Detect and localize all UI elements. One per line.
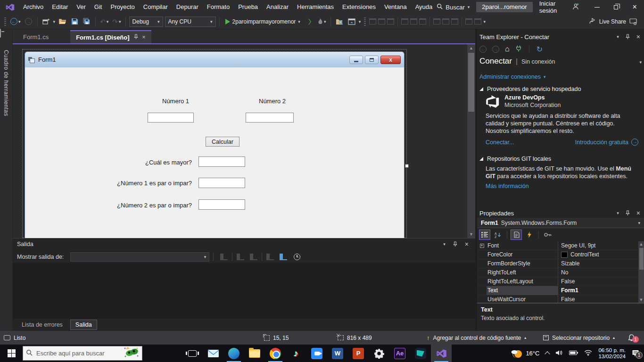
property-row-text[interactable]: Text Form1 xyxy=(477,286,644,295)
property-row-formborderstyle[interactable]: FormBorderStyle Sizable xyxy=(477,259,644,268)
form-title-bar[interactable]: Form1 x xyxy=(25,52,404,67)
clock-widget[interactable]: 06:50 p. m. 13/02/2024 xyxy=(598,347,626,360)
platform-combo[interactable]: Any CPU▾ xyxy=(165,16,216,27)
save-all-button[interactable] xyxy=(82,16,92,27)
add-to-source-control-button[interactable]: ↑ Agregar al control de código fuente ▴ xyxy=(427,331,526,345)
output-content-area[interactable] xyxy=(13,263,475,319)
menu-editar[interactable]: Editar xyxy=(48,0,72,14)
scroll-thumb[interactable] xyxy=(639,248,644,270)
scroll-up-arrow[interactable]: ▲ xyxy=(467,44,475,52)
form-resize-handle[interactable] xyxy=(405,164,409,168)
properties-header[interactable]: Propiedades ▾ × xyxy=(477,207,644,219)
clear-all-icon[interactable] xyxy=(266,254,274,260)
property-row-forecolor[interactable]: ForeColor ControlText xyxy=(477,250,644,259)
textbox-mayor[interactable] xyxy=(198,156,245,167)
layout-toolbar-overflow[interactable]: ▾ xyxy=(483,19,486,24)
make-same-height-icon[interactable] xyxy=(442,18,449,25)
form-minimize-button[interactable] xyxy=(349,56,363,64)
forms-designer-surface[interactable]: Form1 x Número 1 Número 2 Calcular ¿Cuál… xyxy=(13,44,475,238)
textbox-numero1[interactable] xyxy=(148,113,194,123)
menu-ayuda[interactable]: Ayuda xyxy=(411,0,437,14)
property-row-usewaitcursor[interactable]: UseWaitCursor False xyxy=(477,295,644,303)
wifi-icon[interactable] xyxy=(584,350,592,357)
make-same-width-icon[interactable] xyxy=(433,18,440,25)
timestamp-icon[interactable] xyxy=(294,254,300,260)
toolbox-strip[interactable]: Cuadro de herramientas xyxy=(0,29,13,331)
intro-gratuita-link[interactable]: Introducción gratuita xyxy=(575,139,628,146)
forward-arrow-icon[interactable]: → xyxy=(492,46,499,53)
window-position-chevron-icon[interactable]: ▾ xyxy=(443,242,446,247)
tab-form1-design[interactable]: Form1.cs [Diseño] × xyxy=(70,30,151,43)
align-rights-icon[interactable] xyxy=(387,18,394,25)
next-message-icon[interactable] xyxy=(250,254,257,260)
close-tab-icon[interactable]: × xyxy=(142,34,146,41)
filmora-app-icon[interactable] xyxy=(410,345,431,362)
tab-lista-de-errores[interactable]: Lista de errores xyxy=(17,320,67,329)
open-file-button[interactable] xyxy=(57,16,67,27)
find-in-files-button[interactable] xyxy=(334,16,345,27)
property-row-righttoleftlayout[interactable]: RightToLeftLayout False xyxy=(477,277,644,286)
designed-form-window[interactable]: Form1 x Número 1 Número 2 Calcular ¿Cuál… xyxy=(25,51,405,238)
manage-connections-link[interactable]: Administrar conexiones ▾ xyxy=(479,74,545,80)
scroll-up-arrow[interactable]: ▲ xyxy=(638,241,644,247)
align-centers-icon[interactable] xyxy=(378,18,385,25)
menu-proyecto[interactable]: Proyecto xyxy=(106,0,139,14)
menu-herramientas[interactable]: Herramientas xyxy=(293,0,338,14)
make-same-size-icon[interactable] xyxy=(451,18,458,25)
window-position-chevron-icon[interactable]: ▾ xyxy=(617,211,619,215)
pin-icon[interactable] xyxy=(453,241,457,247)
feedback-button[interactable] xyxy=(628,16,638,27)
categorized-button[interactable] xyxy=(479,230,490,240)
save-button[interactable] xyxy=(69,16,80,27)
properties-scrollbar[interactable]: ▲ ▼ xyxy=(638,241,644,303)
configuration-combo[interactable]: Debug▾ xyxy=(129,16,163,27)
properties-object-combobox[interactable]: Form1 System.Windows.Forms.Form ▾ xyxy=(477,218,644,228)
action-center-button[interactable]: 1 xyxy=(632,350,639,357)
navigate-back-button[interactable]: ←▾ xyxy=(9,16,22,27)
mail-app-icon[interactable] xyxy=(203,345,223,362)
tab-form1-cs[interactable]: Form1.cs xyxy=(17,30,54,43)
powerpoint-app-icon[interactable]: P xyxy=(348,345,369,362)
menu-prueba[interactable]: Prueba xyxy=(234,0,262,14)
word-app-icon[interactable]: W xyxy=(327,345,348,362)
start-debugging-button[interactable]: 2paroimparmayoromenor ▾ xyxy=(223,16,303,27)
battery-icon[interactable] xyxy=(569,350,578,357)
vertical-spacing-icon[interactable] xyxy=(474,18,481,25)
after-effects-app-icon[interactable]: Ae xyxy=(389,345,410,362)
hot-reload-button[interactable]: ▾ xyxy=(317,16,327,27)
align-bottoms-icon[interactable] xyxy=(419,18,426,25)
team-explorer-header[interactable]: Team Explorer - Conectar ▾ × xyxy=(477,31,644,42)
menu-extensiones[interactable]: Extensiones xyxy=(338,0,380,14)
window-minimize-button[interactable] xyxy=(588,0,607,14)
doodle-mask-icon[interactable] xyxy=(123,346,139,361)
new-project-dropdown[interactable]: ▾ xyxy=(53,19,56,24)
navigate-forward-button[interactable]: → xyxy=(24,16,34,27)
designer-vertical-scrollbar[interactable]: ▲ ▼ xyxy=(467,44,475,238)
search-box[interactable]: Buscar ▾ xyxy=(437,3,470,11)
select-repository-button[interactable]: Seleccionar repositorio ▴ xyxy=(543,331,615,345)
home-icon[interactable]: ⌂ xyxy=(505,45,510,53)
redo-button[interactable]: ↷▾ xyxy=(111,16,122,27)
menu-ver[interactable]: Ver xyxy=(72,0,90,14)
textbox-numero2[interactable] xyxy=(246,113,294,123)
sign-in-button[interactable]: Iniciar sesión xyxy=(539,0,579,14)
scroll-down-arrow[interactable]: ▼ xyxy=(638,297,644,303)
solution-explorer-sync-button[interactable] xyxy=(347,16,357,27)
calcular-button[interactable]: Calcular xyxy=(206,137,239,147)
settings-app-icon[interactable] xyxy=(369,345,389,362)
background-tasks-indicator[interactable]: Listo xyxy=(4,331,25,345)
pin-icon[interactable] xyxy=(626,34,630,40)
close-icon[interactable]: × xyxy=(636,34,640,40)
new-project-button[interactable] xyxy=(41,16,51,27)
property-row-font[interactable]: + Font Segoe UI, 9pt xyxy=(477,241,644,250)
taskbar-search-box[interactable] xyxy=(23,346,142,361)
tab-salida[interactable]: Salida xyxy=(70,320,97,330)
menu-compilar[interactable]: Compilar xyxy=(139,0,172,14)
scroll-down-arrow[interactable]: ▼ xyxy=(467,230,475,238)
property-row-righttoleft[interactable]: RightToLeft No xyxy=(477,268,644,277)
close-icon[interactable]: × xyxy=(465,241,469,247)
property-pages-button[interactable] xyxy=(542,230,553,240)
show-hidden-icons-chevron[interactable] xyxy=(545,351,550,356)
visual-studio-app-icon[interactable] xyxy=(431,345,452,362)
local-git-section-header[interactable]: Repositorios GIT locales xyxy=(479,156,551,162)
